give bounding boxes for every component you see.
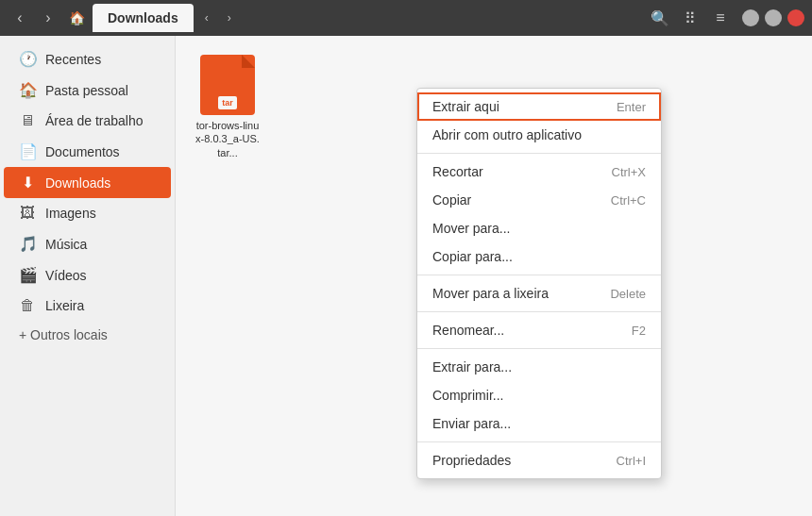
context-menu-extrair-aqui[interactable]: Extrair aqui Enter: [417, 92, 661, 121]
context-menu-renomear[interactable]: Renomear... F2: [417, 316, 661, 344]
video-icon: 🎬: [19, 266, 36, 284]
context-label-enviar-para: Enviar para...: [432, 416, 511, 431]
sidebar-item-videos[interactable]: 🎬 Vídeos: [4, 259, 171, 291]
context-menu-abrir-com[interactable]: Abrir com outro aplicativo: [417, 121, 661, 149]
sidebar-label-recentes: Recentes: [45, 52, 101, 67]
file-badge: tar: [218, 96, 237, 109]
close-button[interactable]: ✕: [787, 9, 804, 26]
context-menu-propriedades[interactable]: Propriedades Ctrl+I: [417, 446, 661, 474]
tab-label: Downloads: [108, 10, 178, 25]
images-icon: 🖼: [19, 205, 36, 222]
tab-downloads[interactable]: Downloads: [93, 4, 194, 32]
tar-icon: tar: [200, 55, 255, 115]
sidebar-label-imagens: Imagens: [45, 206, 96, 221]
context-label-copiar: Copiar: [432, 192, 471, 208]
separator-2: [417, 275, 661, 275]
outros-locais-header[interactable]: + Outros locais: [4, 321, 171, 349]
context-label-renomear: Renomear...: [432, 323, 504, 338]
titlebar: ‹ › 🏠 Downloads ‹ › 🔍 ⠿ ≡ – □ ✕: [0, 0, 812, 36]
context-menu-enviar-para[interactable]: Enviar para...: [417, 409, 661, 438]
file-name: tor-brows-linux-8.0.3_a-US.tar...: [195, 119, 261, 159]
context-label-extrair-aqui: Extrair aqui: [432, 99, 499, 114]
sidebar-item-recentes[interactable]: 🕐 Recentes: [4, 43, 171, 75]
context-label-abrir-com: Abrir com outro aplicativo: [432, 127, 582, 142]
music-icon: 🎵: [19, 235, 36, 253]
separator-1: [417, 153, 661, 154]
minimize-button[interactable]: –: [742, 9, 759, 26]
context-menu-mover-para[interactable]: Mover para...: [417, 214, 661, 242]
sidebar-item-lixeira[interactable]: 🗑 Lixeira: [4, 291, 171, 321]
context-menu-recortar[interactable]: Recortar Ctrl+X: [417, 158, 661, 186]
context-label-comprimir: Comprimir...: [432, 388, 503, 403]
sidebar-item-documentos[interactable]: 📄 Documentos: [4, 136, 171, 167]
context-menu-copiar-para[interactable]: Copiar para...: [417, 242, 661, 271]
sidebar-label-downloads: Downloads: [45, 175, 110, 191]
separator-4: [417, 348, 661, 349]
separator-3: [417, 311, 661, 312]
file-item[interactable]: tar tor-brows-linux-8.0.3_a-US.tar...: [195, 55, 261, 159]
sidebar-label-area-de-trabalho: Área de trabalho: [45, 113, 144, 128]
file-icon-image: tar: [200, 55, 255, 115]
context-menu-copiar[interactable]: Copiar Ctrl+C: [417, 186, 661, 214]
context-shortcut-copiar: Ctrl+C: [611, 193, 646, 208]
context-shortcut-extrair-aqui: Enter: [617, 100, 646, 114]
window-controls: – □ ✕: [742, 9, 804, 26]
home-button[interactable]: 🏠: [64, 6, 89, 30]
sidebar-label-musica: Música: [45, 237, 87, 252]
context-shortcut-propriedades: Ctrl+I: [617, 454, 646, 468]
sidebar-label-documentos: Documentos: [45, 144, 120, 159]
trash-icon: 🗑: [19, 297, 36, 314]
sidebar-item-pasta-pessoal[interactable]: 🏠 Pasta pessoal: [4, 75, 171, 106]
sidebar-item-area-de-trabalho[interactable]: 🖥 Área de trabalho: [4, 106, 171, 136]
tab-forward-button[interactable]: ›: [220, 8, 239, 27]
context-label-mover-para: Mover para...: [432, 221, 510, 236]
home-icon: 🏠: [19, 81, 36, 99]
context-label-extrair-para: Extrair para...: [432, 359, 512, 375]
back-button[interactable]: ‹: [8, 6, 32, 30]
outros-locais-label: + Outros locais: [19, 327, 108, 342]
separator-5: [417, 441, 661, 442]
maximize-button[interactable]: □: [765, 9, 782, 26]
forward-button[interactable]: ›: [36, 6, 60, 30]
sidebar-label-videos: Vídeos: [45, 268, 87, 283]
context-menu-comprimir[interactable]: Comprimir...: [417, 381, 661, 409]
context-label-propriedades: Propriedades: [432, 453, 511, 468]
desktop-icon: 🖥: [19, 112, 36, 129]
sidebar: 🕐 Recentes 🏠 Pasta pessoal 🖥 Área de tra…: [0, 36, 176, 516]
menu-button[interactable]: ≡: [708, 6, 733, 30]
context-label-recortar: Recortar: [432, 164, 483, 179]
context-shortcut-recortar: Ctrl+X: [612, 165, 646, 179]
context-menu-mover-lixeira[interactable]: Mover para a lixeira Delete: [417, 279, 661, 308]
context-label-copiar-para: Copiar para...: [432, 249, 513, 264]
tab-area: Downloads ‹ ›: [93, 4, 644, 32]
sidebar-label-lixeira: Lixeira: [45, 298, 84, 313]
titlebar-actions: 🔍 ⠿ ≡: [648, 6, 733, 30]
sidebar-item-imagens[interactable]: 🖼 Imagens: [4, 198, 171, 228]
sidebar-item-downloads[interactable]: ⬇ Downloads: [4, 167, 171, 198]
content-area: tar tor-brows-linux-8.0.3_a-US.tar... Ex…: [176, 36, 812, 516]
clock-icon: 🕐: [19, 50, 36, 68]
context-shortcut-mover-lixeira: Delete: [610, 287, 646, 301]
tab-back-button[interactable]: ‹: [197, 8, 216, 27]
context-menu: Extrair aqui Enter Abrir com outro aplic…: [416, 88, 662, 479]
view-button[interactable]: ⠿: [678, 6, 702, 30]
search-button[interactable]: 🔍: [648, 6, 672, 30]
context-shortcut-renomear: F2: [632, 324, 646, 338]
context-label-mover-lixeira: Mover para a lixeira: [432, 286, 549, 301]
context-menu-extrair-para[interactable]: Extrair para...: [417, 353, 661, 381]
sidebar-label-pasta-pessoal: Pasta pessoal: [45, 83, 128, 98]
document-icon: 📄: [19, 142, 36, 160]
sidebar-item-musica[interactable]: 🎵 Música: [4, 228, 171, 259]
download-icon: ⬇: [19, 174, 36, 191]
main-layout: 🕐 Recentes 🏠 Pasta pessoal 🖥 Área de tra…: [0, 36, 812, 516]
